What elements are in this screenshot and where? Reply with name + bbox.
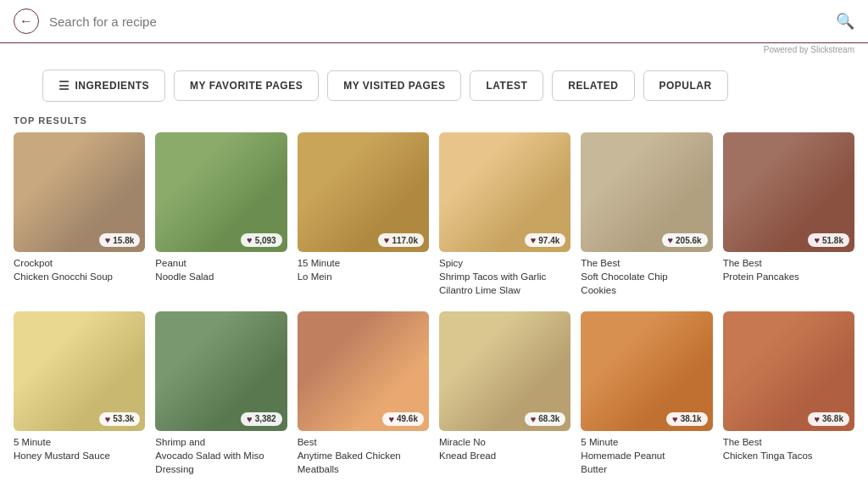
card-title: The BestSoft Chocolate ChipCookies (581, 256, 712, 297)
lines-icon: ☰ (58, 79, 70, 92)
card-image: ♥ 3,382 (155, 311, 287, 431)
back-button[interactable]: ← (14, 8, 39, 34)
like-count: 51.8k (822, 236, 843, 245)
like-badge: ♥ 117.0k (378, 233, 424, 247)
recipe-card[interactable]: ♥ 51.8k The BestProtein Pancakes (723, 132, 854, 298)
card-image: ♥ 15.8k (14, 132, 145, 252)
like-count: 117.0k (392, 236, 418, 245)
card-title: CrockpotChicken Gnocchi Soup (14, 256, 145, 283)
heart-icon: ♥ (814, 235, 820, 245)
like-count: 68.3k (538, 414, 559, 423)
search-input[interactable] (49, 14, 836, 29)
card-image: ♥ 51.8k (723, 132, 854, 252)
card-image: ♥ 53.3k (14, 311, 145, 431)
card-title: PeanutNoodle Salad (155, 256, 287, 283)
like-count: 36.8k (822, 414, 843, 423)
card-image: ♥ 5,093 (155, 132, 287, 252)
heart-icon: ♥ (105, 235, 111, 245)
recipe-card[interactable]: ♥ 97.4k SpicyShrimp Tacos with Garlic Ci… (439, 132, 570, 298)
card-image: ♥ 36.8k (723, 311, 854, 431)
recipe-card[interactable]: ♥ 68.3k Miracle NoKnead Bread (439, 311, 570, 476)
recipe-card[interactable]: ♥ 53.3k 5 MinuteHoney Mustard Sauce (14, 311, 145, 476)
like-count: 3,382 (255, 414, 276, 423)
section-title: TOP RESULTS (0, 112, 868, 132)
like-count: 205.6k (676, 236, 702, 245)
recipe-grid-row1: ♥ 15.8k CrockpotChicken Gnocchi Soup ♥ 5… (0, 132, 868, 311)
like-badge: ♥ 5,093 (241, 233, 282, 247)
card-title: SpicyShrimp Tacos with Garlic Cilantro L… (439, 256, 570, 297)
tab-related[interactable]: RELATED (552, 70, 634, 101)
heart-icon: ♥ (247, 414, 253, 424)
recipe-card[interactable]: ♥ 15.8k CrockpotChicken Gnocchi Soup (14, 132, 145, 298)
like-count: 5,093 (255, 236, 276, 245)
heart-icon: ♥ (247, 235, 253, 245)
like-badge: ♥ 53.3k (99, 412, 141, 426)
tab-ingredients-label: INGREDIENTS (75, 80, 150, 92)
like-badge: ♥ 15.8k (99, 233, 141, 247)
recipe-card[interactable]: ♥ 3,382 Shrimp andAvocado Salad with Mis… (155, 311, 287, 476)
card-title: Shrimp andAvocado Salad with Miso Dressi… (155, 435, 287, 476)
tab-popular-label: POPULAR (659, 80, 712, 92)
card-image: ♥ 97.4k (439, 132, 570, 252)
card-title: 5 MinuteHomemade PeanutButter (581, 435, 712, 476)
card-title: The BestProtein Pancakes (723, 256, 854, 283)
like-badge: ♥ 49.6k (382, 412, 424, 426)
like-count: 15.8k (113, 236, 134, 245)
like-count: 97.4k (538, 236, 559, 245)
like-badge: ♥ 97.4k (525, 233, 566, 247)
powered-by-label: Powered by Slickstream (0, 43, 868, 59)
heart-icon: ♥ (668, 235, 674, 245)
recipe-card[interactable]: ♥ 5,093 PeanutNoodle Salad (155, 132, 287, 298)
card-image: ♥ 49.6k (298, 311, 429, 431)
heart-icon: ♥ (105, 414, 111, 424)
like-badge: ♥ 3,382 (241, 412, 282, 426)
like-count: 53.3k (113, 414, 134, 423)
card-image: ♥ 38.1k (581, 311, 712, 431)
tab-latest-label: LATEST (486, 80, 527, 92)
heart-icon: ♥ (384, 235, 390, 245)
card-title: 5 MinuteHoney Mustard Sauce (14, 435, 145, 462)
recipe-card[interactable]: ♥ 49.6k BestAnytime Baked ChickenMeatbal… (298, 311, 429, 476)
back-icon: ← (19, 14, 33, 29)
like-badge: ♥ 205.6k (662, 233, 708, 247)
tab-related-label: RELATED (568, 80, 618, 92)
search-icon[interactable]: 🔍 (836, 12, 854, 31)
recipe-grid-row2: ♥ 53.3k 5 MinuteHoney Mustard Sauce ♥ 3,… (0, 311, 868, 488)
card-title: The BestChicken Tinga Tacos (723, 435, 854, 462)
heart-icon: ♥ (672, 414, 678, 424)
heart-icon: ♥ (388, 414, 394, 424)
card-title: Miracle NoKnead Bread (439, 435, 570, 462)
recipe-card[interactable]: ♥ 117.0k 15 MinuteLo Mein (298, 132, 429, 298)
heart-icon: ♥ (531, 414, 537, 424)
like-count: 38.1k (681, 414, 702, 423)
like-count: 49.6k (397, 414, 418, 423)
heart-icon: ♥ (531, 235, 537, 245)
card-image: ♥ 117.0k (298, 132, 429, 252)
card-image: ♥ 68.3k (439, 311, 570, 431)
like-badge: ♥ 51.8k (808, 233, 849, 247)
tab-visited-label: MY VISITED PAGES (343, 80, 445, 92)
tab-visited-pages[interactable]: MY VISITED PAGES (327, 70, 461, 101)
tab-ingredients[interactable]: ☰ INGREDIENTS (42, 70, 165, 102)
tab-popular[interactable]: POPULAR (643, 70, 728, 101)
recipe-card[interactable]: ♥ 36.8k The BestChicken Tinga Tacos (723, 311, 854, 476)
card-title: BestAnytime Baked ChickenMeatballs (298, 435, 429, 476)
heart-icon: ♥ (814, 414, 820, 424)
search-bar: ← 🔍 (0, 0, 868, 43)
like-badge: ♥ 36.8k (808, 412, 849, 426)
card-title: 15 MinuteLo Mein (298, 256, 429, 283)
tab-latest[interactable]: LATEST (470, 70, 543, 101)
card-image: ♥ 205.6k (581, 132, 712, 252)
tab-favorite-label: MY FAVORITE PAGES (190, 80, 303, 92)
tabs-bar: ☰ INGREDIENTS MY FAVORITE PAGES MY VISIT… (0, 59, 868, 112)
like-badge: ♥ 38.1k (666, 412, 708, 426)
like-badge: ♥ 68.3k (525, 412, 566, 426)
recipe-card[interactable]: ♥ 38.1k 5 MinuteHomemade PeanutButter (581, 311, 712, 476)
tab-favorite-pages[interactable]: MY FAVORITE PAGES (174, 70, 319, 101)
recipe-card[interactable]: ♥ 205.6k The BestSoft Chocolate ChipCook… (581, 132, 712, 298)
